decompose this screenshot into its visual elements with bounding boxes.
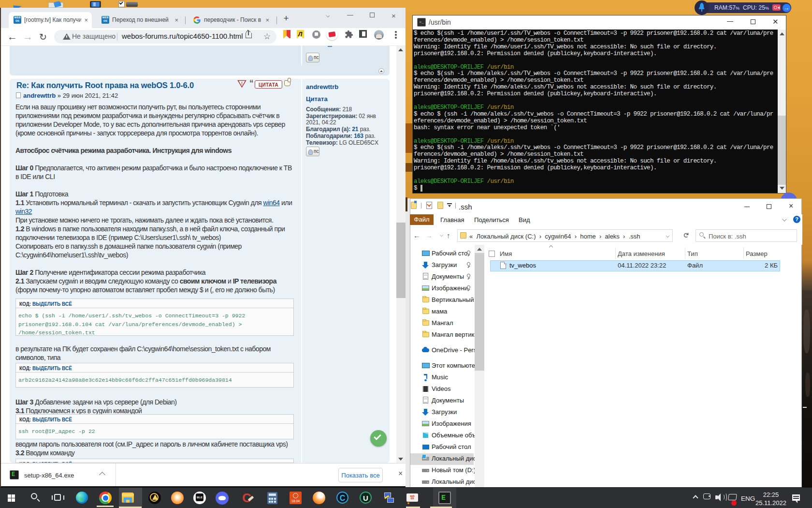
svg-text:!: !	[241, 81, 243, 86]
